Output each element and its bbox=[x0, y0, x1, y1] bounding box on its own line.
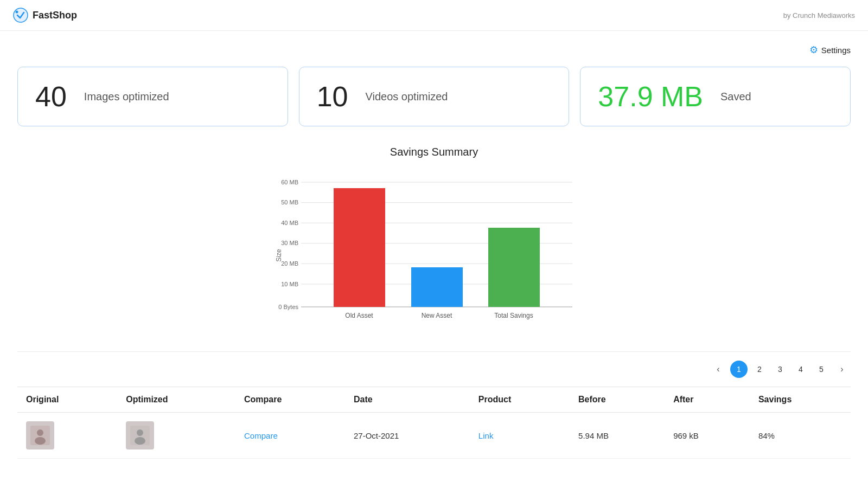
cell-after: 969 kB bbox=[665, 413, 750, 459]
svg-text:Total Savings: Total Savings bbox=[494, 312, 533, 319]
bar-new-asset bbox=[411, 267, 463, 307]
cell-savings: 84% bbox=[750, 413, 851, 459]
svg-text:20 MB: 20 MB bbox=[281, 260, 298, 267]
person-icon-original bbox=[30, 426, 50, 445]
table-row: Compare 27-Oct-2021 Link 5.94 MB 969 kB … bbox=[17, 413, 851, 459]
original-thumbnail bbox=[26, 421, 54, 450]
bar-old-asset bbox=[334, 188, 385, 307]
videos-count: 10 bbox=[317, 82, 348, 111]
savings-chart: Size 60 MB 50 MB 40 MB 30 MB 20 MB 10 MB bbox=[271, 171, 597, 334]
cell-before: 5.94 MB bbox=[570, 413, 665, 459]
compare-link[interactable]: Compare bbox=[244, 431, 278, 440]
svg-point-25 bbox=[137, 429, 143, 436]
chart-title: Savings Summary bbox=[17, 146, 851, 158]
svg-text:10 MB: 10 MB bbox=[281, 281, 298, 287]
svg-text:60 MB: 60 MB bbox=[281, 179, 298, 185]
person-icon-optimized bbox=[130, 426, 150, 445]
bar-total-savings bbox=[488, 228, 540, 307]
header: FastShop by Crunch Mediaworks bbox=[0, 0, 868, 31]
results-table: Original Optimized Compare Date Product … bbox=[17, 387, 851, 459]
chart-section: Savings Summary Size 60 MB 50 MB bbox=[17, 146, 851, 334]
svg-point-1 bbox=[16, 11, 18, 14]
images-label: Images optimized bbox=[84, 91, 169, 103]
svg-text:0 Bytes: 0 Bytes bbox=[278, 304, 298, 310]
main-content: ⚙ Settings 40 Images optimized 10 Videos… bbox=[0, 31, 868, 472]
page-4-button[interactable]: 4 bbox=[792, 361, 809, 378]
svg-point-23 bbox=[35, 437, 46, 445]
col-optimized: Optimized bbox=[117, 387, 235, 413]
product-link[interactable]: Link bbox=[478, 431, 494, 440]
col-before: Before bbox=[570, 387, 665, 413]
stat-card-saved: 37.9 MB Saved bbox=[580, 67, 851, 126]
table-header-row: Original Optimized Compare Date Product … bbox=[17, 387, 851, 413]
cell-date: 27-Oct-2021 bbox=[345, 413, 470, 459]
next-page-button[interactable]: › bbox=[833, 361, 851, 378]
stats-row: 40 Images optimized 10 Videos optimized … bbox=[17, 67, 851, 126]
settings-label: Settings bbox=[821, 46, 851, 55]
cell-compare[interactable]: Compare bbox=[235, 413, 345, 459]
svg-point-0 bbox=[14, 8, 28, 22]
settings-row: ⚙ Settings bbox=[17, 44, 851, 56]
logo-icon bbox=[13, 8, 28, 23]
prev-page-button[interactable]: ‹ bbox=[710, 361, 727, 378]
saved-label: Saved bbox=[720, 91, 751, 103]
svg-point-26 bbox=[135, 437, 145, 445]
page-2-button[interactable]: 2 bbox=[751, 361, 768, 378]
logo-area: FastShop bbox=[13, 8, 77, 23]
col-compare: Compare bbox=[235, 387, 345, 413]
svg-text:New Asset: New Asset bbox=[422, 312, 452, 319]
svg-text:50 MB: 50 MB bbox=[281, 199, 298, 206]
cell-optimized-thumb bbox=[117, 413, 235, 459]
optimized-thumbnail bbox=[126, 421, 154, 450]
col-after: After bbox=[665, 387, 750, 413]
cell-original-thumb bbox=[17, 413, 117, 459]
page-3-button[interactable]: 3 bbox=[771, 361, 789, 378]
svg-text:30 MB: 30 MB bbox=[281, 240, 298, 246]
logo-text: FastShop bbox=[33, 10, 77, 21]
svg-text:40 MB: 40 MB bbox=[281, 220, 298, 226]
col-savings: Savings bbox=[750, 387, 851, 413]
gear-icon: ⚙ bbox=[809, 44, 818, 56]
stat-card-videos: 10 Videos optimized bbox=[299, 67, 570, 126]
cell-product[interactable]: Link bbox=[470, 413, 570, 459]
saved-amount: 37.9 MB bbox=[598, 82, 703, 111]
page-5-button[interactable]: 5 bbox=[813, 361, 830, 378]
col-original: Original bbox=[17, 387, 117, 413]
pagination-row: ‹ 1 2 3 4 5 › bbox=[17, 351, 851, 387]
byline: by Crunch Mediaworks bbox=[783, 11, 855, 20]
col-date: Date bbox=[345, 387, 470, 413]
images-count: 40 bbox=[35, 82, 67, 111]
table-section: Original Optimized Compare Date Product … bbox=[17, 387, 851, 459]
page-1-button[interactable]: 1 bbox=[730, 361, 748, 378]
settings-button[interactable]: ⚙ Settings bbox=[809, 44, 851, 56]
svg-point-22 bbox=[37, 429, 43, 436]
videos-label: Videos optimized bbox=[366, 91, 448, 103]
chart-container: Size 60 MB 50 MB 40 MB 30 MB 20 MB 10 MB bbox=[17, 171, 851, 334]
stat-card-images: 40 Images optimized bbox=[17, 67, 288, 126]
svg-text:Old Asset: Old Asset bbox=[345, 312, 373, 319]
col-product: Product bbox=[470, 387, 570, 413]
